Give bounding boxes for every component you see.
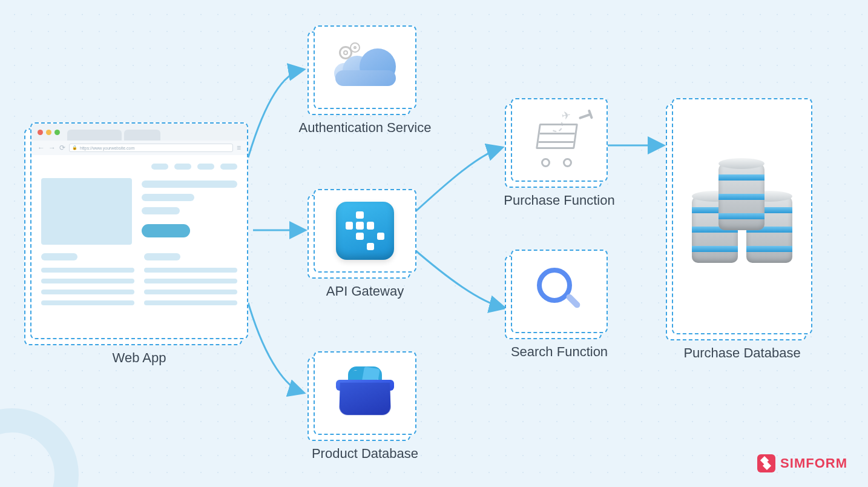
node-purchase-fn: ✈ Purchase Function [511,98,608,182]
traffic-light-yellow [46,130,51,135]
brand-name: SIMFORM [780,456,847,471]
node-label-product-db: Product Database [312,446,418,462]
shopping-basket-icon [336,369,394,417]
browser-window-icon: ← → ⟳ 🔒 https://www.yourwebsite.com ≡ [31,124,247,338]
back-icon: ← [38,144,45,152]
node-search-fn: Search Function [511,250,608,333]
node-label-search-fn: Search Function [511,344,608,360]
card [672,98,812,334]
brand-watermark: SIMFORM [757,454,847,472]
card: ← → ⟳ 🔒 https://www.yourwebsite.com ≡ [30,122,248,339]
cloud-gears-icon [332,46,398,88]
traffic-light-green [54,130,60,135]
magnifier-icon [532,264,587,319]
node-product-db: Product Database [314,351,416,435]
node-web-app: ← → ⟳ 🔒 https://www.yourwebsite.com ≡ [30,122,248,339]
menu-icon: ≡ [237,144,241,152]
card [511,250,608,333]
card [314,351,416,435]
node-api-gateway: API Gateway [314,189,416,273]
forward-icon: → [48,144,56,152]
node-label-web-app: Web App [113,350,166,366]
node-label-purchase-fn: Purchase Function [504,193,614,208]
node-label-auth: Authentication Service [299,120,432,136]
lock-icon: 🔒 [72,145,77,150]
reload-icon: ⟳ [59,144,65,152]
node-label-purchase-db: Purchase Database [683,345,800,361]
database-cylinders-icon [691,159,794,274]
card [314,25,416,109]
pixel-tile-icon [336,202,394,260]
card [314,189,416,273]
address-text: https://www.yourwebsite.com [80,146,134,150]
traffic-light-red [38,130,43,135]
card: ✈ [511,98,608,182]
shopping-cart-icon: ✈ [529,113,590,167]
node-purchase-db: Purchase Database [672,98,812,334]
diagram-stage: ← → ⟳ 🔒 https://www.yourwebsite.com ≡ [0,0,868,487]
node-auth-service: Authentication Service [314,25,416,109]
simform-logo-icon [757,454,775,472]
node-label-api-gateway: API Gateway [326,283,404,299]
address-bar: 🔒 https://www.yourwebsite.com [69,144,233,152]
paper-plane-icon: ✈ [561,108,572,123]
